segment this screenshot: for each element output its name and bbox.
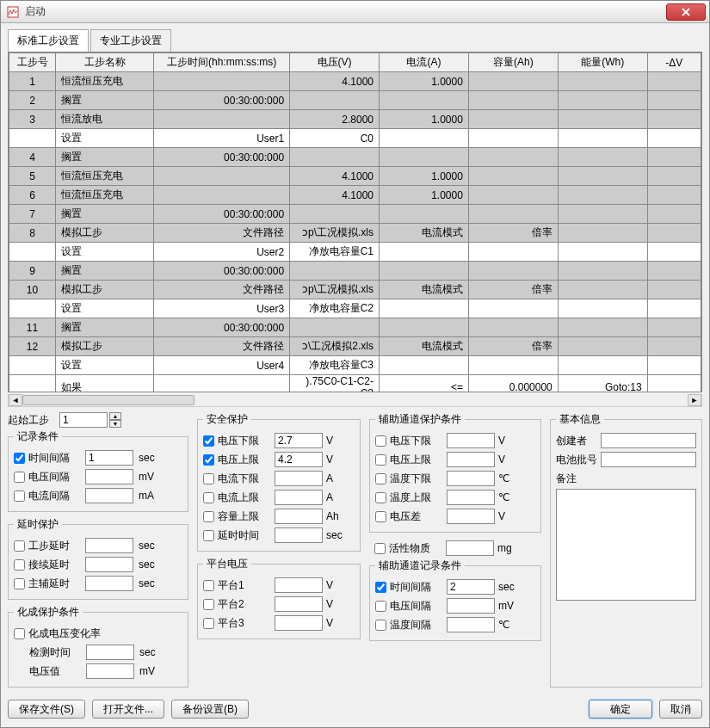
- cap-check[interactable]: [203, 511, 214, 522]
- table-cell[interactable]: 净放电容量C3: [290, 356, 380, 375]
- vlow-check[interactable]: [203, 435, 214, 447]
- table-cell[interactable]: [647, 167, 701, 186]
- table-cell[interactable]: User3: [154, 299, 290, 318]
- table-cell[interactable]: [468, 110, 558, 129]
- table-cell[interactable]: [380, 299, 469, 318]
- formation-rate-check[interactable]: [14, 628, 25, 639]
- table-cell[interactable]: 恒流恒压充电: [56, 167, 154, 186]
- column-header[interactable]: 容量(Ah): [468, 53, 558, 72]
- table-cell[interactable]: [380, 129, 469, 148]
- table-row[interactable]: 2搁置00:30:00:000: [9, 91, 701, 110]
- column-header[interactable]: 电流(A): [380, 53, 469, 72]
- table-cell[interactable]: [558, 205, 647, 224]
- table-cell[interactable]: [647, 205, 701, 224]
- connect-delay-input[interactable]: [85, 557, 133, 572]
- table-cell[interactable]: 模拟工步: [56, 337, 154, 356]
- table-cell[interactable]: [468, 148, 558, 167]
- table-cell[interactable]: [9, 243, 56, 262]
- table-row[interactable]: 11搁置00:30:00:000: [9, 318, 701, 337]
- p3-input[interactable]: [275, 615, 323, 631]
- open-file-button[interactable]: 打开文件...: [92, 700, 164, 719]
- table-cell[interactable]: [647, 318, 701, 337]
- tab-professional[interactable]: 专业工步设置: [90, 29, 171, 52]
- table-cell[interactable]: [380, 205, 469, 224]
- table-cell[interactable]: [558, 129, 647, 148]
- table-cell[interactable]: [9, 299, 56, 318]
- table-row[interactable]: 10模拟工步文件路径ɔp\工况模拟.xls电流模式倍率: [9, 281, 701, 299]
- table-cell[interactable]: [558, 356, 647, 375]
- ahigh-check[interactable]: [203, 492, 214, 503]
- table-cell[interactable]: 搁置: [56, 262, 154, 281]
- table-cell[interactable]: 文件路径: [154, 281, 290, 299]
- table-cell[interactable]: [647, 224, 701, 243]
- aux-delay-input[interactable]: [85, 576, 133, 591]
- table-cell[interactable]: [558, 110, 647, 129]
- table-cell[interactable]: 12: [9, 337, 56, 356]
- backup-settings-button[interactable]: 备份设置(B): [171, 700, 249, 719]
- voltage-interval-check[interactable]: [14, 472, 25, 483]
- table-cell[interactable]: 文件路径: [154, 224, 290, 243]
- table-cell[interactable]: 恒流放电: [56, 110, 154, 129]
- table-row[interactable]: 4搁置00:30:00:000: [9, 148, 701, 167]
- table-cell[interactable]: [558, 281, 647, 299]
- ap-thigh-check[interactable]: [375, 492, 386, 503]
- table-cell[interactable]: 00:30:00:000: [154, 148, 290, 167]
- active-mass-check[interactable]: [374, 543, 386, 554]
- batch-input[interactable]: [601, 452, 696, 467]
- remark-textarea[interactable]: [556, 489, 696, 601]
- table-cell[interactable]: 倍率: [468, 224, 558, 243]
- table-cell[interactable]: 9: [9, 262, 56, 281]
- table-cell[interactable]: [154, 110, 290, 129]
- table-cell[interactable]: [154, 72, 290, 91]
- table-cell[interactable]: [647, 243, 701, 262]
- table-cell[interactable]: 搁置: [56, 148, 154, 167]
- table-cell[interactable]: 搁置: [56, 318, 154, 337]
- cancel-button[interactable]: 取消: [659, 700, 702, 719]
- ar-time-check[interactable]: [375, 582, 386, 593]
- table-cell[interactable]: [290, 91, 380, 110]
- table-cell[interactable]: [9, 356, 56, 375]
- table-cell[interactable]: 4.1000: [290, 72, 380, 91]
- table-cell[interactable]: User4: [154, 356, 290, 375]
- vhigh-check[interactable]: [203, 454, 214, 466]
- ap-vhigh-input[interactable]: [447, 452, 495, 467]
- ar-volt-check[interactable]: [375, 601, 386, 612]
- table-cell[interactable]: [558, 186, 647, 205]
- table-cell[interactable]: 恒流恒压充电: [56, 72, 154, 91]
- table-cell[interactable]: [647, 148, 701, 167]
- table-cell[interactable]: 电流模式: [380, 224, 469, 243]
- ar-temp-check[interactable]: [375, 620, 386, 631]
- dtime-input[interactable]: [275, 527, 323, 543]
- ar-temp-input[interactable]: [447, 617, 495, 632]
- table-cell[interactable]: [380, 243, 469, 262]
- table-cell[interactable]: [558, 224, 647, 243]
- column-header[interactable]: 工步名称: [56, 53, 154, 72]
- scroll-right-icon[interactable]: ►: [688, 394, 701, 406]
- table-cell[interactable]: [558, 148, 647, 167]
- connect-delay-check[interactable]: [14, 559, 25, 571]
- table-cell[interactable]: [558, 299, 647, 318]
- table-row[interactable]: 12模拟工步文件路径ɔ\工况模拟2.xls电流模式倍率: [9, 337, 701, 356]
- ap-thigh-input[interactable]: [447, 490, 495, 505]
- table-cell[interactable]: [290, 318, 380, 337]
- table-cell[interactable]: 1.0000: [380, 167, 469, 186]
- p2-input[interactable]: [275, 596, 323, 612]
- table-cell[interactable]: 模拟工步: [56, 281, 154, 299]
- ahigh-input[interactable]: [275, 490, 323, 505]
- table-cell[interactable]: [380, 318, 469, 337]
- current-interval-input[interactable]: [85, 488, 133, 503]
- column-header[interactable]: -ΔV: [647, 53, 701, 72]
- table-cell[interactable]: [154, 375, 290, 392]
- table-cell[interactable]: 00:30:00:000: [154, 318, 290, 337]
- table-cell[interactable]: [647, 299, 701, 318]
- table-cell[interactable]: 设置: [56, 299, 154, 318]
- column-header[interactable]: 电压(V): [290, 53, 380, 72]
- table-cell[interactable]: [468, 318, 558, 337]
- table-cell[interactable]: [468, 129, 558, 148]
- table-cell[interactable]: [154, 186, 290, 205]
- table-cell[interactable]: 搁置: [56, 205, 154, 224]
- table-cell[interactable]: [558, 262, 647, 281]
- table-cell[interactable]: [468, 186, 558, 205]
- horizontal-scrollbar[interactable]: ◄ ►: [8, 394, 702, 407]
- table-row[interactable]: 8模拟工步文件路径ɔp\工况模拟.xls电流模式倍率: [9, 224, 701, 243]
